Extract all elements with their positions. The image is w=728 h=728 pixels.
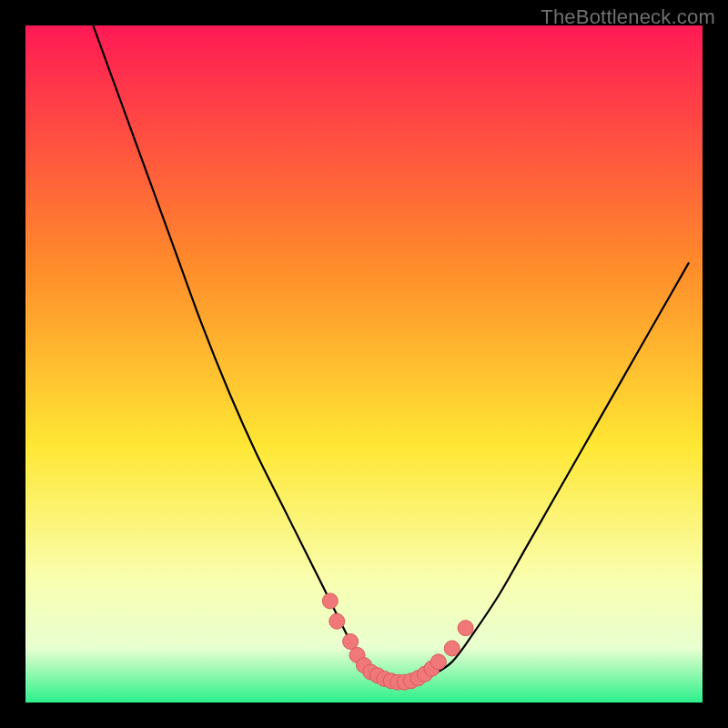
gradient-background <box>25 25 703 703</box>
data-marker <box>322 593 338 609</box>
chart-svg <box>25 25 703 703</box>
outer-frame: TheBottleneck.com <box>0 0 728 728</box>
plot-area <box>25 25 703 703</box>
data-marker <box>430 654 446 670</box>
watermark-text: TheBottleneck.com <box>541 5 715 29</box>
data-marker <box>444 641 460 656</box>
data-marker <box>343 634 359 650</box>
data-marker <box>329 613 345 629</box>
data-marker <box>458 621 473 636</box>
